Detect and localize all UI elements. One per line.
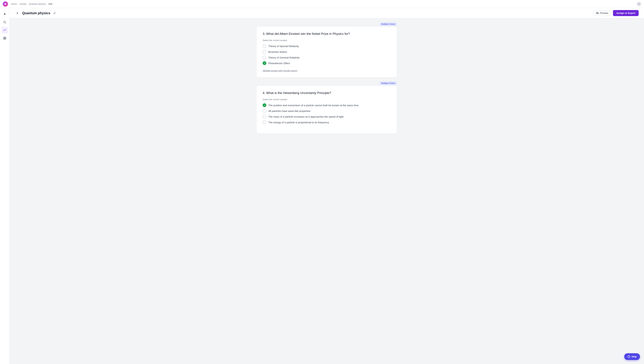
- question-4-badge: Multiple Choice: [380, 82, 397, 85]
- question-4-wrapper: Multiple Choice 4. What is the Heisenber…: [257, 82, 397, 134]
- question-4-options: The position and momentum of a particle …: [263, 103, 391, 124]
- breadcrumb-home[interactable]: Home: [11, 3, 17, 5]
- question-4-card: 4. What is the Heisenberg Uncertainty Pr…: [257, 86, 397, 134]
- option-4-4[interactable]: The energy of a particle is proportional…: [263, 120, 391, 124]
- option-3-2-text: Brownian Motion: [268, 50, 287, 53]
- questions-area: Multiple Choice 3. What did Albert Einst…: [251, 18, 402, 138]
- option-4-3-text: The mass of a particle increases as it a…: [268, 115, 344, 118]
- breadcrumb-sep-3: /: [47, 3, 48, 5]
- avatar: [637, 2, 641, 6]
- page-header-right: Preview Assign or Export: [593, 10, 639, 16]
- svg-rect-4: [4, 38, 5, 39]
- question-3-text: 3. What did Albert Einstein win the Nobe…: [263, 32, 391, 36]
- option-3-2-radio: [263, 50, 266, 54]
- validate-link-3[interactable]: Validate answer with Google search: [263, 69, 297, 72]
- option-4-3[interactable]: The mass of a particle increases as it a…: [263, 115, 391, 118]
- sidebar: [0, 8, 10, 364]
- help-label: Help: [631, 355, 637, 358]
- question-4-instruction: Select the correct answer: [263, 98, 391, 101]
- breadcrumb: Home / Activity / Quantum physics / Edit: [11, 3, 52, 5]
- option-3-3-radio: [263, 56, 266, 59]
- option-4-1[interactable]: The position and momentum of a particle …: [263, 103, 391, 107]
- topbar: Home / Activity / Quantum physics / Edit: [0, 0, 644, 8]
- option-3-1[interactable]: Theory of Special Relativity: [263, 44, 391, 48]
- back-button[interactable]: [15, 10, 20, 16]
- option-4-2-radio: [263, 109, 266, 113]
- page-header: Quantum physics Preview Assign or Expo: [10, 8, 644, 18]
- content-area: Quantum physics Preview Assign or Expo: [10, 8, 644, 364]
- assign-export-button[interactable]: Assign or Export: [613, 10, 639, 16]
- option-3-4-radio: [263, 61, 266, 65]
- option-4-1-text: The position and momentum of a particle …: [268, 104, 359, 107]
- breadcrumb-edit: Edit: [49, 3, 52, 5]
- option-3-1-radio: [263, 44, 266, 48]
- topbar-right: [637, 2, 641, 6]
- breadcrumb-sep-2: /: [27, 3, 28, 5]
- preview-label: Preview: [600, 12, 608, 14]
- question-3-badge: Multiple Choice: [380, 22, 397, 26]
- page-title: Quantum physics: [22, 11, 50, 15]
- assign-label: Assign or Export: [616, 12, 635, 14]
- breadcrumb-activity[interactable]: Activity: [20, 3, 26, 5]
- option-4-2-text: All particles have wave-like properties: [268, 110, 310, 112]
- option-3-4[interactable]: Photoelectric Effect: [263, 61, 391, 65]
- option-4-4-text: The energy of a particle is proportional…: [268, 121, 329, 124]
- page-header-left: Quantum physics: [15, 10, 57, 16]
- option-4-3-radio: [263, 115, 266, 118]
- question-4-text: 4. What is the Heisenberg Uncertainty Pr…: [263, 91, 391, 95]
- breadcrumb-sep-1: /: [18, 3, 19, 5]
- svg-rect-3: [5, 37, 6, 38]
- help-button[interactable]: Help: [624, 353, 640, 360]
- question-3-card: 3. What did Albert Einstein win the Nobe…: [257, 27, 397, 78]
- sidebar-item-collections[interactable]: [1, 35, 8, 42]
- svg-rect-5: [5, 38, 6, 39]
- option-3-3-text: Theory of General Relativity: [268, 56, 300, 59]
- svg-point-9: [629, 357, 629, 357]
- option-3-3[interactable]: Theory of General Relativity: [263, 56, 391, 59]
- sidebar-item-search[interactable]: [1, 19, 8, 26]
- sidebar-item-analytics[interactable]: [1, 27, 8, 34]
- svg-rect-2: [4, 37, 5, 38]
- svg-point-6: [596, 12, 598, 14]
- breadcrumb-quantum[interactable]: Quantum physics: [29, 3, 46, 5]
- option-3-4-text: Photoelectric Effect: [268, 62, 290, 65]
- option-4-1-radio: [263, 103, 266, 107]
- app-logo: [3, 1, 8, 7]
- option-3-1-text: Theory of Special Relativity: [268, 45, 299, 48]
- option-4-4-radio: [263, 120, 266, 124]
- question-3-wrapper: Multiple Choice 3. What did Albert Einst…: [257, 22, 397, 78]
- option-3-2[interactable]: Brownian Motion: [263, 50, 391, 54]
- question-3-instruction: Select the correct answer: [263, 39, 391, 42]
- option-4-2[interactable]: All particles have wave-like properties: [263, 109, 391, 113]
- edit-title-button[interactable]: [52, 11, 57, 16]
- preview-button[interactable]: Preview: [593, 10, 611, 16]
- sidebar-item-activity[interactable]: [1, 11, 8, 18]
- main-layout: Quantum physics Preview Assign or Expo: [0, 8, 644, 364]
- svg-point-7: [597, 13, 598, 14]
- question-3-options: Theory of Special Relativity Brownian Mo…: [263, 44, 391, 65]
